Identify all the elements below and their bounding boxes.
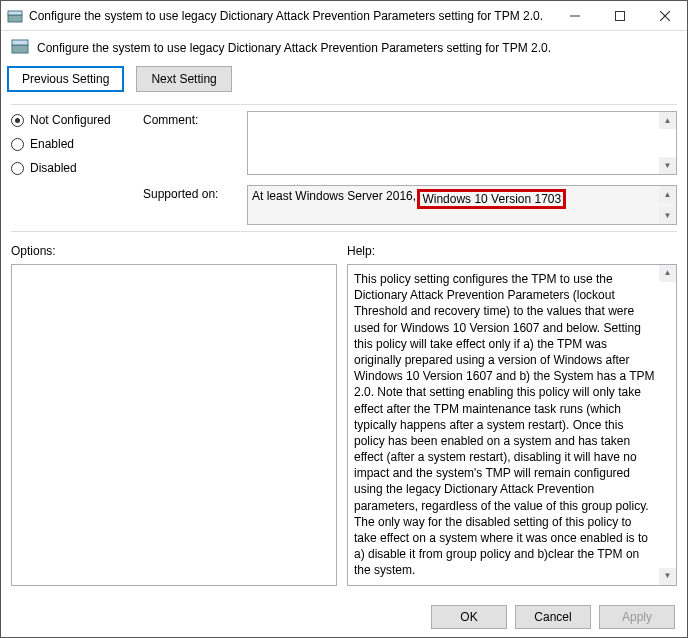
comment-input[interactable]: ▲ ▼ [247, 111, 677, 175]
radio-icon [11, 162, 24, 175]
svg-rect-0 [8, 15, 22, 22]
scroll-down-icon[interactable]: ▼ [659, 568, 676, 585]
svg-rect-7 [12, 40, 28, 45]
svg-rect-3 [615, 11, 624, 20]
separator [11, 231, 677, 232]
policy-icon [11, 37, 29, 58]
apply-button[interactable]: Apply [599, 605, 675, 629]
comment-scrollbar: ▲ ▼ [659, 112, 676, 174]
radio-label: Enabled [30, 137, 74, 151]
help-box[interactable]: This policy setting configures the TPM t… [347, 264, 677, 586]
close-button[interactable] [642, 1, 687, 31]
svg-rect-1 [8, 11, 22, 15]
supported-scrollbar: ▲ ▼ [659, 186, 676, 224]
radio-not-configured[interactable]: Not Configured [11, 113, 139, 127]
radio-icon [11, 138, 24, 151]
help-text: This policy setting configures the TPM t… [354, 272, 655, 577]
separator [11, 104, 677, 105]
state-radios: Not Configured Enabled Disabled [11, 111, 139, 175]
supported-prefix: At least Windows Server 2016, [252, 189, 416, 203]
minimize-button[interactable] [552, 1, 597, 31]
maximize-button[interactable] [597, 1, 642, 31]
supported-highlight: Windows 10 Version 1703 [417, 189, 566, 209]
svg-rect-6 [12, 45, 28, 53]
options-label: Options: [11, 244, 337, 258]
radio-label: Disabled [30, 161, 77, 175]
window-title: Configure the system to use legacy Dicti… [29, 9, 552, 23]
app-icon [7, 8, 23, 24]
radio-disabled[interactable]: Disabled [11, 161, 139, 175]
scroll-down-icon[interactable]: ▼ [659, 157, 676, 174]
options-box[interactable] [11, 264, 337, 586]
supported-on-label: Supported on: [143, 185, 243, 201]
titlebar: Configure the system to use legacy Dicti… [1, 1, 687, 31]
scroll-down-icon[interactable]: ▼ [659, 207, 676, 224]
nav-row: Previous Setting Next Setting [1, 64, 687, 102]
radio-icon [11, 114, 24, 127]
policy-title: Configure the system to use legacy Dicti… [37, 41, 551, 55]
ok-button[interactable]: OK [431, 605, 507, 629]
main-panel: Not Configured Enabled Disabled Comment:… [1, 111, 687, 229]
previous-setting-button[interactable]: Previous Setting [7, 66, 124, 92]
scroll-up-icon[interactable]: ▲ [659, 186, 676, 203]
scroll-up-icon[interactable]: ▲ [659, 112, 676, 129]
subheader: Configure the system to use legacy Dicti… [1, 31, 687, 64]
radio-enabled[interactable]: Enabled [11, 137, 139, 151]
scroll-up-icon[interactable]: ▲ [659, 265, 676, 282]
help-scrollbar: ▲ ▼ [659, 265, 676, 585]
comment-label: Comment: [143, 111, 243, 127]
footer-buttons: OK Cancel Apply [431, 605, 675, 629]
help-label: Help: [347, 244, 677, 258]
supported-on-box: At least Windows Server 2016, Windows 10… [247, 185, 677, 225]
radio-label: Not Configured [30, 113, 111, 127]
lower-panel: Options: Help: This policy setting confi… [1, 238, 687, 588]
cancel-button[interactable]: Cancel [515, 605, 591, 629]
next-setting-button[interactable]: Next Setting [136, 66, 231, 92]
